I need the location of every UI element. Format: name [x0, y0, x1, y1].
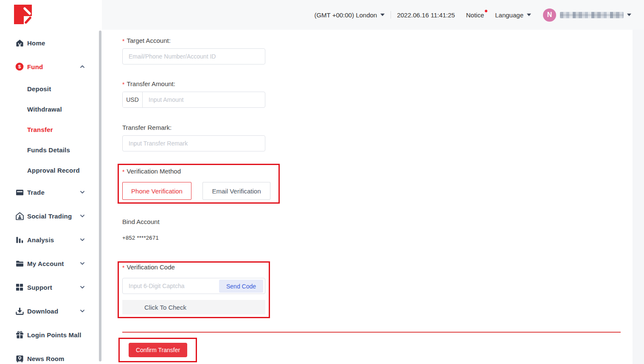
transfer-remark-input[interactable]: [123, 136, 265, 151]
language-selector[interactable]: Language: [495, 11, 531, 19]
notice-button[interactable]: Notice: [466, 11, 484, 19]
fund-icon: $: [15, 62, 24, 71]
section-divider: [122, 332, 621, 333]
sidebar-item-fund[interactable]: $ Fund: [0, 55, 102, 78]
svg-text:$: $: [18, 64, 21, 69]
sidebar-item-analysis[interactable]: Analysis: [0, 228, 102, 252]
sidebar-item-deposit[interactable]: Deposit: [0, 78, 102, 99]
sidebar-item-login-points-mall[interactable]: Login Points Mall: [0, 323, 102, 347]
caret-down-icon: [527, 14, 531, 16]
sidebar-item-approval-record[interactable]: Approval Record: [0, 160, 102, 180]
transfer-remark-label: Transfer Remark:: [122, 124, 633, 132]
sidebar-item-news-room[interactable]: News Room: [0, 347, 102, 364]
news-room-icon: [15, 354, 24, 363]
transfer-amount-input[interactable]: [143, 92, 265, 107]
sidebar-item-label: Deposit: [27, 85, 51, 92]
email-verification-button[interactable]: Email Verification: [202, 182, 270, 200]
sidebar-item-withdrawal[interactable]: Withdrawal: [0, 99, 102, 119]
transfer-form: * Target Account: * Transfer Amount: USD…: [102, 30, 633, 362]
sidebar-item-funds-details[interactable]: Funds Details: [0, 140, 102, 160]
verification-code-field: Send Code: [122, 278, 265, 294]
chevron-down-icon: [80, 213, 85, 218]
notice-badge-dot: [485, 10, 487, 12]
verification-code-highlight-box: * Verification Code Send Code Click To C…: [118, 261, 270, 318]
verification-method-highlight-box: * Verification Method Phone Verification…: [118, 164, 280, 204]
sidebar-item-label: Withdrawal: [27, 106, 62, 113]
sidebar-item-label: Social Trading: [27, 213, 72, 220]
sidebar-item-label: Fund: [27, 63, 43, 70]
sidebar-item-support[interactable]: Support: [0, 275, 102, 299]
sidebar-item-home[interactable]: Home: [0, 31, 102, 55]
required-mark: *: [122, 264, 124, 271]
sidebar-item-label: News Room: [27, 355, 65, 362]
user-menu[interactable]: [560, 12, 631, 18]
sidebar-item-label: Approval Record: [27, 167, 80, 174]
sidebar-nav: Home $ Fund Deposit Withdrawal Transfer …: [0, 0, 102, 364]
send-code-button[interactable]: Send Code: [219, 280, 263, 293]
confirm-transfer-button[interactable]: Confirm Transfer: [129, 343, 187, 357]
notice-label: Notice: [466, 11, 484, 19]
caret-down-icon: [627, 14, 631, 16]
sidebar-item-label: Home: [27, 39, 45, 47]
chevron-down-icon: [80, 261, 85, 266]
sidebar-item-label: Analysis: [27, 236, 54, 244]
confirm-transfer-highlight-box: Confirm Transfer: [118, 338, 197, 362]
sidebar-scrollbar[interactable]: [99, 31, 101, 361]
sidebar-item-label: Download: [27, 308, 58, 315]
verification-method-options: Phone Verification Email Verification: [122, 182, 278, 200]
divider: [391, 11, 391, 19]
sidebar-item-my-account[interactable]: My Account: [0, 252, 102, 275]
top-bar: (GMT +00:00) London 2022.06.16 11:41:25 …: [102, 0, 644, 30]
required-mark: *: [122, 38, 124, 45]
target-account-input[interactable]: [123, 49, 265, 64]
sidebar-item-label: Trade: [27, 189, 45, 196]
chevron-down-icon: [80, 237, 85, 242]
sidebar-item-social-trading[interactable]: Social Trading: [0, 204, 102, 228]
target-account-label: * Target Account:: [122, 37, 633, 45]
transfer-remark-field: [122, 135, 265, 151]
chevron-down-icon: [80, 308, 85, 314]
caret-down-icon: [380, 14, 385, 16]
sidebar-item-label: Transfer: [27, 126, 53, 133]
click-to-check-button[interactable]: Click To Check: [122, 300, 265, 314]
sidebar-item-label: Support: [27, 284, 52, 291]
bind-account-label: Bind Account: [122, 218, 633, 225]
gift-icon: [15, 330, 24, 339]
social-trading-icon: [15, 212, 24, 220]
sidebar: Home $ Fund Deposit Withdrawal Transfer …: [0, 0, 102, 364]
sidebar-item-trade[interactable]: Trade: [0, 180, 102, 204]
avatar[interactable]: N: [543, 8, 556, 22]
chevron-down-icon: [80, 190, 85, 195]
sidebar-item-label: Funds Details: [27, 146, 70, 154]
chevron-down-icon: [80, 285, 85, 290]
home-icon: [15, 39, 24, 47]
sidebar-item-label: Login Points Mall: [27, 331, 82, 339]
page-gutter: [633, 30, 644, 364]
user-name-blurred: [560, 12, 624, 18]
target-account-field: [122, 48, 265, 64]
chevron-up-icon: [80, 64, 85, 69]
brand-logo-icon: [14, 5, 32, 24]
timezone-label: (GMT +00:00) London: [314, 11, 377, 19]
verification-method-label: * Verification Method: [122, 168, 278, 175]
sidebar-item-transfer[interactable]: Transfer: [0, 119, 102, 140]
sidebar-item-label: My Account: [27, 260, 64, 267]
datetime: 2022.06.16 11:41:25: [397, 11, 455, 19]
language-label: Language: [495, 11, 523, 19]
bind-account-value: +852 ****2671: [122, 235, 633, 241]
phone-verification-button[interactable]: Phone Verification: [122, 182, 191, 200]
trade-icon: [15, 188, 24, 196]
currency-prefix: USD: [123, 92, 143, 107]
grid-icon: [15, 283, 24, 291]
download-icon: [15, 307, 24, 315]
sidebar-item-download[interactable]: Download: [0, 299, 102, 323]
transfer-amount-field: USD: [122, 92, 265, 108]
transfer-page: * Target Account: * Transfer Amount: USD…: [102, 30, 633, 364]
folder-icon: [15, 259, 24, 268]
timezone-selector[interactable]: (GMT +00:00) London: [314, 11, 385, 19]
verification-code-label: * Verification Code: [122, 263, 269, 271]
transfer-amount-label: * Transfer Amount:: [122, 80, 633, 88]
analysis-icon: [15, 235, 24, 244]
required-mark: *: [122, 168, 124, 175]
required-mark: *: [122, 81, 124, 88]
